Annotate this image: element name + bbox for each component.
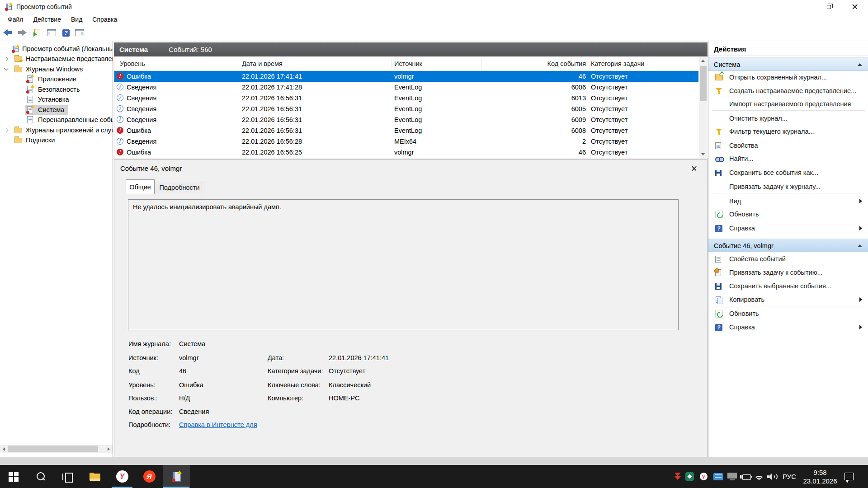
menu-bar: Файл Действие Вид Справка: [0, 14, 868, 25]
tree-item-windows-logs[interactable]: Журналы Windows: [0, 64, 113, 74]
close-button[interactable]: [842, 0, 868, 14]
tree-item-subscriptions[interactable]: Подписки: [0, 135, 113, 145]
tab-general[interactable]: Общие: [126, 179, 155, 194]
tree-item-root[interactable]: Просмотр событий (Локальный): [0, 44, 113, 54]
tray-clock[interactable]: 9:5823.01.2026: [799, 465, 841, 488]
tree-horizontal-scrollbar[interactable]: [0, 445, 113, 453]
tray-antivirus-icon[interactable]: [684, 465, 695, 488]
toolbar-separator: [29, 28, 29, 38]
action-copy[interactable]: Копировать: [708, 293, 868, 306]
table-row[interactable]: Сведения 22.01.2026 16:56:31 EventLog 60…: [114, 103, 698, 114]
tray-update-icon[interactable]: [673, 465, 683, 488]
separator: [712, 193, 865, 193]
menu-action[interactable]: Действие: [28, 14, 66, 25]
action-refresh[interactable]: Обновить: [708, 207, 868, 221]
action-attach-task-to-event[interactable]: Привязать задачу к событию...: [708, 266, 868, 279]
minimize-button[interactable]: [789, 0, 816, 14]
console-tree-toggle-button[interactable]: [46, 28, 58, 38]
event-message-box[interactable]: Не удалось инициализировать аварийный да…: [128, 199, 679, 330]
action-filter-current-log[interactable]: Фильтр текущего журнала...: [708, 125, 868, 138]
table-row[interactable]: Ошибка 22.01.2026 16:56:25 volmgr 46 Отс…: [114, 147, 698, 158]
tray-yandex-icon[interactable]: Y: [698, 465, 708, 488]
action-find[interactable]: Найти...: [708, 152, 868, 165]
help-button[interactable]: [61, 28, 72, 38]
scrollbar-thumb[interactable]: [8, 446, 98, 452]
chevron-right-icon[interactable]: [4, 57, 9, 61]
actions-section-system[interactable]: Система: [708, 57, 868, 71]
event-list-scrollbar[interactable]: [699, 57, 708, 158]
tray-app-icon[interactable]: [712, 465, 724, 488]
action-attach-task-to-log[interactable]: Привязать задачу к журналу...: [708, 180, 868, 193]
event-viewer-icon: [172, 471, 181, 482]
back-button[interactable]: [3, 28, 14, 38]
column-task-category[interactable]: Категория задачи: [591, 57, 644, 70]
scroll-down-arrow[interactable]: [699, 150, 708, 158]
table-row[interactable]: Ошибка 22.01.2026 16:56:31 EventLog 6008…: [114, 125, 698, 136]
tree-item-application[interactable]: Приложение: [0, 74, 113, 84]
event-viewer-taskbar-button[interactable]: [163, 465, 190, 488]
menu-file[interactable]: Файл: [3, 14, 28, 25]
tab-details[interactable]: Подробности: [155, 181, 204, 194]
column-source[interactable]: Источник: [394, 57, 422, 70]
scroll-left-arrow[interactable]: [0, 445, 8, 453]
table-row[interactable]: Сведения 22.01.2026 16:56:28 MEIx64 2 От…: [114, 136, 698, 147]
actions-section-event[interactable]: Событие 46, volmgr: [708, 239, 868, 252]
scroll-up-arrow[interactable]: [699, 57, 708, 65]
tree-item-forwarded-events[interactable]: Перенаправленные события: [0, 115, 113, 125]
forward-button[interactable]: [15, 28, 27, 38]
scroll-right-arrow[interactable]: [105, 445, 113, 453]
table-row[interactable]: Ошибка 22.01.2026 17:41:41 volmgr 46 Отс…: [114, 71, 698, 82]
export-log-button[interactable]: [33, 28, 44, 38]
action-pane-toggle-button[interactable]: [74, 28, 86, 38]
tree-item-system[interactable]: Система: [0, 105, 113, 115]
document-icon: [34, 29, 40, 36]
menu-help[interactable]: Справка: [87, 14, 122, 25]
search-button[interactable]: [27, 465, 54, 488]
level-icon: [117, 105, 123, 112]
tree-item-security[interactable]: Безопасность: [0, 84, 113, 94]
chevron-right-icon[interactable]: [4, 128, 9, 133]
menu-view[interactable]: Вид: [66, 14, 87, 25]
scrollbar-thumb[interactable]: [700, 66, 707, 101]
task-view-button[interactable]: [54, 465, 81, 488]
start-button[interactable]: [0, 465, 27, 488]
separator: [712, 110, 865, 111]
notification-center-button[interactable]: [843, 465, 855, 488]
preview-close-icon[interactable]: [688, 163, 700, 174]
action-open-saved-log[interactable]: Открыть сохраненный журнал...: [708, 70, 868, 84]
refresh-icon: [715, 211, 723, 218]
action-event-properties[interactable]: Свойства событий: [708, 252, 868, 266]
action-properties[interactable]: Свойства: [708, 139, 868, 152]
tray-display-icon[interactable]: [726, 465, 738, 488]
file-explorer-button[interactable]: [81, 465, 108, 488]
action-save-all-events[interactable]: Сохранить все события как...: [708, 166, 868, 179]
table-row[interactable]: Сведения 22.01.2026 16:56:31 EventLog 60…: [114, 93, 698, 103]
yandex-browser-button[interactable]: Y: [108, 465, 136, 488]
action-refresh-event[interactable]: Обновить: [708, 307, 868, 320]
tray-battery-icon[interactable]: [740, 465, 752, 488]
tree-item-setup[interactable]: Установка: [0, 94, 113, 104]
chevron-down-icon[interactable]: [4, 66, 9, 71]
column-level[interactable]: Уровень: [120, 57, 145, 70]
collapse-icon[interactable]: [858, 244, 862, 247]
column-datetime[interactable]: Дата и время: [242, 57, 283, 70]
tray-volume-icon[interactable]: [766, 465, 778, 488]
table-row[interactable]: Сведения 22.01.2026 16:56:31 EventLog 60…: [114, 114, 698, 125]
action-create-custom-view[interactable]: Создать настраиваемое представление...: [708, 84, 868, 98]
tree-item-custom-views[interactable]: Настраиваемые представления: [0, 54, 113, 64]
collapse-icon[interactable]: [858, 63, 862, 66]
action-clear-log[interactable]: Очистить журнал...: [708, 112, 868, 125]
action-import-custom-view[interactable]: Импорт настраиваемого представления: [708, 97, 868, 111]
action-help-event[interactable]: Справка: [708, 320, 868, 334]
action-view[interactable]: Вид: [708, 194, 868, 208]
tray-language-indicator[interactable]: РУС: [779, 465, 799, 488]
table-row[interactable]: Сведения 22.01.2026 17:41:28 EventLog 60…: [114, 82, 698, 93]
restore-button[interactable]: [816, 0, 842, 14]
action-help[interactable]: Справка: [708, 221, 868, 235]
tree-item-app-service-logs[interactable]: Журналы приложений и служб: [0, 125, 113, 135]
tray-wifi-icon[interactable]: [754, 465, 764, 488]
action-save-selected-events[interactable]: Сохранить выбранные события...: [708, 279, 868, 293]
online-help-link[interactable]: Справка в Интернете для: [179, 420, 257, 430]
yandex-button[interactable]: Я: [136, 465, 163, 488]
column-event-id[interactable]: Код события: [530, 57, 586, 70]
